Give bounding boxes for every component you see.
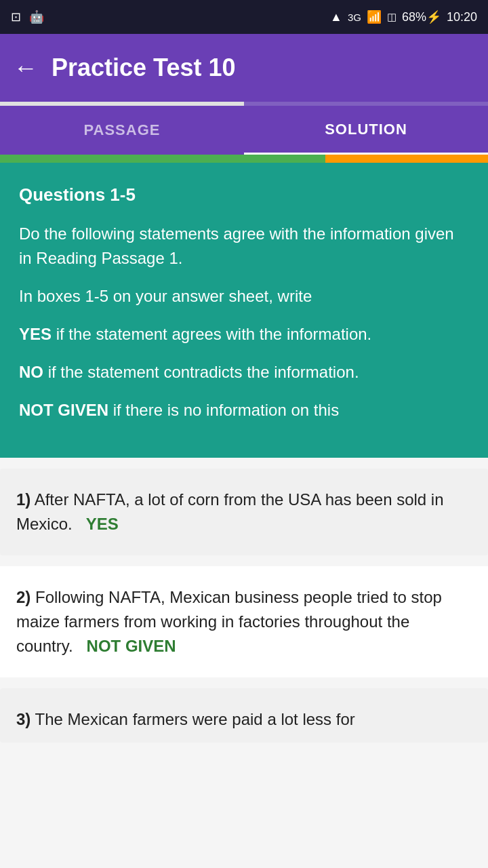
questions-intro: Do the following statements agree with t… <box>19 222 469 271</box>
progress-fill <box>0 102 244 106</box>
status-bar: ⊡ 🤖 ▲ 3G 📶 ◫ 68%⚡ 10:20 <box>0 0 488 34</box>
answer-body-1: After NAFTA, a lot of corn from the USA … <box>16 490 444 533</box>
answer-item-2: 2) Following NAFTA, Mexican business peo… <box>0 566 488 677</box>
notgiven-description: if there is no information on this <box>113 401 340 419</box>
questions-notgiven-line: NOT GIVEN if there is no information on … <box>19 398 469 422</box>
answer-item-1: 1) After NAFTA, a lot of corn from the U… <box>0 469 488 555</box>
signal2-icon: ◫ <box>387 11 396 23</box>
tab-solution-label: SOLUTION <box>325 121 407 138</box>
yes-keyword: YES <box>19 325 52 343</box>
time-label: 10:20 <box>447 10 477 24</box>
answer-text-3: 3) The Mexican farmers were paid a lot l… <box>16 707 472 732</box>
questions-yes-line: YES if the statement agrees with the inf… <box>19 322 469 347</box>
tab-bar: PASSAGE SOLUTION <box>0 106 488 155</box>
tab-solution[interactable]: SOLUTION <box>244 106 488 155</box>
tab-passage-label: PASSAGE <box>84 121 161 139</box>
battery-icon: 68%⚡ <box>402 9 441 24</box>
answer-number-2: 2) <box>16 588 30 606</box>
no-keyword: NO <box>19 363 43 381</box>
progress-bar <box>0 102 488 106</box>
answer-text-2: 2) Following NAFTA, Mexican business peo… <box>16 585 472 658</box>
wifi-icon: ▲ <box>330 10 342 24</box>
no-description: if the statement contradicts the informa… <box>48 363 359 381</box>
android-icon: 🤖 <box>29 9 44 24</box>
status-bar-left: ⊡ 🤖 <box>11 9 44 24</box>
screen-cast-icon: ⊡ <box>11 9 21 24</box>
signal-icon: 📶 <box>367 9 382 24</box>
answer-number-1: 1) <box>16 490 30 509</box>
answer-verdict-1: YES <box>86 515 119 533</box>
questions-title: Questions 1-5 <box>19 184 469 205</box>
stripe-green <box>0 155 325 163</box>
3g-label: 3G <box>348 12 361 23</box>
questions-instruction: In boxes 1-5 on your answer sheet, write <box>19 284 469 309</box>
back-button[interactable]: ← <box>14 56 38 80</box>
yes-description: if the statement agrees with the informa… <box>56 325 372 343</box>
app-bar: ← Practice Test 10 <box>0 34 488 102</box>
color-stripe <box>0 155 488 163</box>
stripe-orange <box>325 155 488 163</box>
questions-body: Do the following statements agree with t… <box>19 222 469 422</box>
answer-item-3: 3) The Mexican farmers were paid a lot l… <box>0 688 488 743</box>
answer-number-3: 3) <box>16 710 30 728</box>
tab-passage[interactable]: PASSAGE <box>0 106 244 155</box>
page-title: Practice Test 10 <box>52 54 236 82</box>
answer-verdict-2: NOT GIVEN <box>87 637 176 655</box>
questions-no-line: NO if the statement contradicts the info… <box>19 360 469 384</box>
notgiven-keyword: NOT GIVEN <box>19 401 108 419</box>
questions-box: Questions 1-5 Do the following statement… <box>0 163 488 458</box>
answer-text-1: 1) After NAFTA, a lot of corn from the U… <box>16 488 472 536</box>
answer-body-3: The Mexican farmers were paid a lot less… <box>35 710 355 728</box>
answer-body-2: Following NAFTA, Mexican business people… <box>16 588 442 655</box>
status-bar-right: ▲ 3G 📶 ◫ 68%⚡ 10:20 <box>330 9 477 24</box>
